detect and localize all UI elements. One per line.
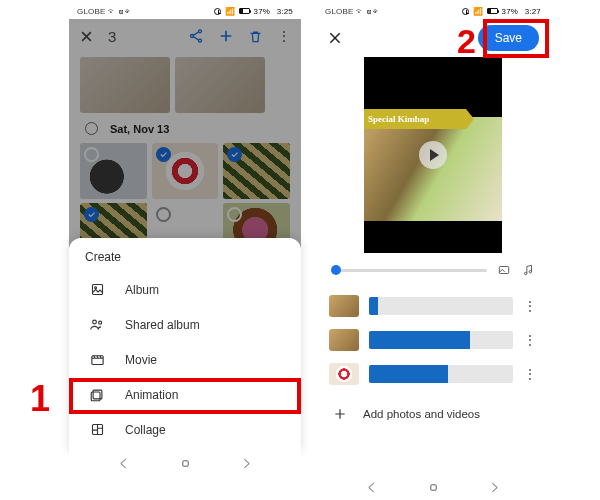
check-icon xyxy=(227,147,242,162)
system-nav-bar xyxy=(317,477,549,500)
menu-item-movie[interactable]: Movie xyxy=(85,342,289,377)
editor-toolbar: Save xyxy=(317,19,549,57)
menu-item-collage[interactable]: Collage xyxy=(85,412,289,447)
clip-row[interactable]: ⋮ xyxy=(329,357,537,391)
timeline-scrubber[interactable] xyxy=(317,253,549,283)
clip-row[interactable]: ⋮ xyxy=(329,323,537,357)
unchecked-ring xyxy=(156,207,171,222)
nav-recents-icon[interactable] xyxy=(240,456,253,474)
music-icon[interactable] xyxy=(521,263,535,277)
svg-rect-12 xyxy=(499,267,508,274)
svg-rect-15 xyxy=(430,485,435,490)
video-preview[interactable]: Special Kimbap xyxy=(364,57,502,253)
status-bar: GLOBE ᯤ ▧ ◉ 📶37% 3:25 xyxy=(69,3,301,19)
add-icon[interactable] xyxy=(218,28,234,44)
callout-number-2: 2 xyxy=(457,22,476,61)
play-icon[interactable] xyxy=(419,141,447,169)
menu-item-label: Album xyxy=(125,283,159,297)
menu-item-label: Collage xyxy=(125,423,166,437)
screenshot-right: GLOBE ᯤ ▧ ◉ 📶37% 3:27 Save Special Kimba… xyxy=(317,3,549,500)
battery-icon xyxy=(239,8,250,14)
unchecked-ring xyxy=(84,147,99,162)
clip-thumb[interactable] xyxy=(329,295,359,317)
menu-item-animation[interactable]: Animation xyxy=(85,377,289,412)
scrubber-track[interactable] xyxy=(331,269,487,272)
select-day-ring[interactable] xyxy=(85,122,98,135)
svg-rect-11 xyxy=(182,461,187,466)
clip-list: ⋮ ⋮ ⋮ xyxy=(317,283,549,391)
photo-thumb[interactable] xyxy=(175,57,265,113)
photo-thumb[interactable] xyxy=(80,143,147,199)
status-bar: GLOBE ᯤ ▧ ◉ 📶37% 3:27 xyxy=(317,3,549,19)
svg-point-2 xyxy=(199,39,202,42)
battery-icon xyxy=(487,8,498,14)
clip-row[interactable]: ⋮ xyxy=(329,289,537,323)
alarm-icon xyxy=(214,8,221,15)
unchecked-ring xyxy=(227,207,242,222)
system-nav-bar xyxy=(69,453,301,477)
callout-number-1: 1 xyxy=(30,378,50,420)
share-icon[interactable] xyxy=(188,28,204,44)
nav-home-icon[interactable] xyxy=(179,456,192,474)
menu-item-label: Movie xyxy=(125,353,157,367)
trash-icon[interactable] xyxy=(248,29,263,44)
nav-recents-icon[interactable] xyxy=(488,480,501,498)
selection-toolbar: 3 ⋮ xyxy=(69,19,301,53)
clip-duration-bar[interactable] xyxy=(369,297,513,315)
clip-duration-bar[interactable] xyxy=(369,365,513,383)
photo-thumb[interactable] xyxy=(223,143,290,199)
animation-icon xyxy=(89,387,105,402)
photo-thumb[interactable] xyxy=(270,57,290,113)
svg-point-6 xyxy=(99,321,102,324)
add-photos-row[interactable]: Add photos and videos xyxy=(317,391,549,421)
svg-point-4 xyxy=(94,287,96,289)
menu-item-label: Shared album xyxy=(125,318,200,332)
close-icon[interactable] xyxy=(79,29,94,44)
svg-point-0 xyxy=(199,30,202,33)
album-icon xyxy=(89,282,105,297)
menu-item-shared-album[interactable]: Shared album xyxy=(85,307,289,342)
svg-rect-3 xyxy=(92,285,102,295)
preview-caption: Special Kimbap xyxy=(364,109,466,129)
svg-point-5 xyxy=(93,320,97,324)
save-button[interactable]: Save xyxy=(478,25,539,51)
svg-point-1 xyxy=(191,35,194,38)
add-photos-label: Add photos and videos xyxy=(363,408,480,420)
plus-icon xyxy=(333,407,347,421)
clip-duration-bar[interactable] xyxy=(369,331,513,349)
photo-thumb[interactable] xyxy=(152,143,219,199)
check-icon xyxy=(156,147,171,162)
collage-icon xyxy=(89,422,105,437)
nav-back-icon[interactable] xyxy=(365,480,378,498)
clip-thumb[interactable] xyxy=(329,329,359,351)
preview-frame xyxy=(364,117,502,221)
nav-back-icon[interactable] xyxy=(117,456,130,474)
alarm-icon xyxy=(462,8,469,15)
movie-icon xyxy=(89,352,105,367)
shared-album-icon xyxy=(89,317,105,332)
svg-point-14 xyxy=(529,271,531,273)
date-header-text: Sat, Nov 13 xyxy=(110,123,169,135)
screenshot-left: GLOBE ᯤ ▧ ◉ 📶37% 3:25 3 ⋮ xyxy=(69,3,301,500)
svg-point-13 xyxy=(525,272,527,274)
menu-item-album[interactable]: Album xyxy=(85,272,289,307)
selection-count: 3 xyxy=(108,28,174,45)
overflow-icon[interactable]: ⋮ xyxy=(277,28,291,44)
aspect-icon[interactable] xyxy=(497,263,511,277)
date-header-row[interactable]: Sat, Nov 13 xyxy=(73,113,297,139)
nav-home-icon[interactable] xyxy=(427,480,440,498)
scrubber-knob[interactable] xyxy=(331,265,341,275)
sheet-title: Create xyxy=(85,250,289,264)
clip-thumb[interactable] xyxy=(329,363,359,385)
check-icon xyxy=(84,207,99,222)
photo-thumb[interactable] xyxy=(80,57,170,113)
create-bottom-sheet: Create Album Shared album Movie Animatio… xyxy=(69,238,301,453)
menu-item-label: Animation xyxy=(125,388,178,402)
close-icon[interactable] xyxy=(327,30,343,46)
